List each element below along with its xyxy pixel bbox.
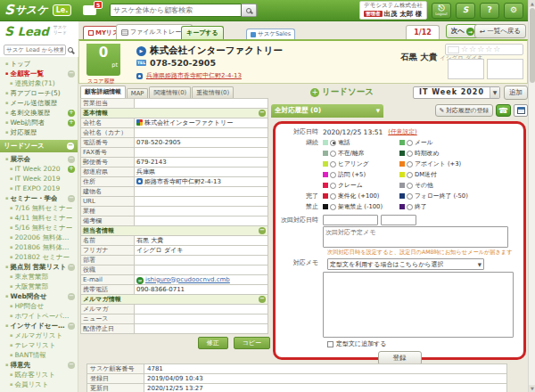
- option-radio[interactable]: [407, 151, 413, 157]
- email-link[interactable]: ishiguro@pcudoocnvd.cmb: [145, 276, 230, 283]
- sasuke-logo[interactable]: Sサスケ: [4, 3, 48, 18]
- collapse-icon[interactable]: −: [259, 110, 266, 117]
- lead-search-icon[interactable]: [68, 47, 73, 53]
- sidebar-item[interactable]: ▪名刺交換履歴+: [0, 108, 78, 118]
- sidebar-item[interactable]: ▪IT Week 2020+: [0, 164, 78, 174]
- result-option[interactable]: 不在/離席: [323, 149, 399, 158]
- minus-circle-icon[interactable]: −: [68, 293, 75, 300]
- sidebar-item[interactable]: ▪再アプローチ(5): [0, 88, 78, 98]
- sidebar-item[interactable]: ▪全顧客一覧−: [0, 69, 78, 78]
- next-time-input[interactable]: [381, 215, 416, 225]
- sidebar-item[interactable]: ▪IT EXPO 2019: [0, 184, 78, 193]
- sidebar-item[interactable]: ▪トップ: [0, 59, 78, 69]
- option-label[interactable]: 電話: [338, 138, 350, 147]
- lead-search-input[interactable]: [4, 45, 66, 55]
- sidebar-item[interactable]: ▪201802 セミナー: [0, 252, 78, 262]
- sidebar-item[interactable]: ▪BANT情報: [0, 350, 78, 360]
- sidebar-item[interactable]: ▪IT Week 2019: [0, 174, 78, 184]
- play-icon[interactable]: ▶: [136, 46, 146, 56]
- sidebar-item[interactable]: ▪7/16 無料セミナー: [0, 203, 78, 213]
- sidebar-item[interactable]: ▪得意先−: [0, 360, 78, 370]
- all-history-bar[interactable]: 全対応履歴 (0) ▼: [271, 104, 383, 118]
- collapse-icon[interactable]: −: [67, 143, 74, 150]
- sidebar-item[interactable]: ▪201806 無料体験会: [0, 242, 78, 252]
- result-option[interactable]: フォロー終了 (-50): [399, 192, 468, 200]
- sidebar-item[interactable]: ▪テレマリスト: [0, 340, 78, 350]
- sidebar-item[interactable]: ▪HP問合せ: [0, 301, 78, 311]
- option-label[interactable]: クレーム: [338, 181, 363, 190]
- template-select[interactable]: 定型文を利用する場合はこちらから選択 ▼: [327, 258, 484, 270]
- edit-button[interactable]: 修正: [198, 337, 228, 349]
- next-date-input[interactable]: [323, 215, 378, 225]
- sidebar-item[interactable]: ▪メール送信履歴: [0, 98, 78, 108]
- result-option[interactable]: メール: [399, 138, 433, 147]
- option-radio[interactable]: [330, 193, 336, 200]
- search-button[interactable]: [242, 4, 257, 17]
- minus-circle-icon[interactable]: −: [68, 362, 75, 369]
- minus-circle-icon[interactable]: −: [68, 70, 75, 78]
- result-option[interactable]: ヒアリング: [323, 159, 399, 168]
- option-label[interactable]: メール: [415, 138, 433, 147]
- sidebar-item[interactable]: ▪202006 無料体験会: [0, 233, 78, 242]
- calendar-button[interactable]: [514, 104, 528, 117]
- sidebar-item[interactable]: ▪セミナー・学会−: [0, 193, 78, 203]
- option-label[interactable]: フォロー終了 (-50): [415, 192, 468, 200]
- sidebar-item[interactable]: ▪メルマガリスト: [0, 331, 78, 340]
- sidebar-item[interactable]: ▪ホワイトペーパー A: [0, 311, 78, 321]
- sidebar-item[interactable]: ▪展示会−: [0, 154, 78, 164]
- minus-circle-icon[interactable]: −: [68, 195, 75, 202]
- plus-circle-icon[interactable]: +: [68, 119, 75, 127]
- option-radio[interactable]: [407, 193, 413, 200]
- plus-circle-icon[interactable]: +: [68, 110, 75, 117]
- option-label[interactable]: DM送付: [415, 170, 437, 179]
- detail-tab[interactable]: MAP: [127, 88, 149, 98]
- logout-button[interactable]: ⎋Logout: [432, 3, 451, 19]
- lead-source-select[interactable]: IT Week 2020 ▼: [413, 86, 500, 99]
- sidebar-section-header[interactable]: リードソース−: [0, 140, 78, 152]
- option-radio[interactable]: [407, 140, 413, 146]
- result-option[interactable]: 案件化 (+100): [323, 192, 399, 200]
- settings-button[interactable]: ⚙: [504, 3, 523, 19]
- global-search-input[interactable]: [110, 4, 242, 17]
- chevron-down-icon[interactable]: ▼: [490, 87, 499, 98]
- result-option[interactable]: 架電禁止 (-100): [323, 202, 399, 211]
- result-option[interactable]: アポイント (+3): [399, 159, 461, 168]
- chat-icon[interactable]: 5: [83, 5, 96, 15]
- option-label[interactable]: ヒアリング: [338, 159, 369, 168]
- lead-logo[interactable]: S Lead サスケリード: [0, 21, 78, 43]
- memo-textarea[interactable]: [323, 272, 514, 338]
- sidebar-item[interactable]: ▪Web訪問者+: [0, 118, 78, 127]
- detail-tab[interactable]: 関連情報(0): [149, 86, 191, 98]
- option-label[interactable]: 終了: [415, 202, 427, 211]
- option-radio[interactable]: [407, 172, 413, 178]
- option-radio[interactable]: [330, 172, 336, 178]
- option-radio[interactable]: [330, 161, 336, 167]
- option-radio[interactable]: [407, 183, 413, 189]
- result-option[interactable]: 時期改め: [399, 149, 439, 158]
- sidebar-item[interactable]: ▪5/16 無料セミナー: [0, 223, 78, 233]
- option-radio[interactable]: [330, 183, 336, 189]
- result-option[interactable]: 訪問 (+5): [323, 170, 399, 179]
- scroll-up-arrow[interactable]: ▲: [529, 0, 535, 7]
- help-button[interactable]: ?: [480, 3, 499, 19]
- sidebar-item[interactable]: ▪4/11 無料セミナー: [0, 213, 78, 223]
- sasuke-home-button[interactable]: S: [456, 3, 475, 19]
- history-chevron-icon[interactable]: ▼: [376, 108, 380, 113]
- sidebar-item[interactable]: ▪Web問合せ−: [0, 291, 78, 301]
- collapse-icon[interactable]: −: [259, 296, 266, 303]
- tab-sasuke-sales[interactable]: サスケSales: [246, 29, 295, 39]
- add-lead-source-button[interactable]: 追加: [504, 86, 528, 100]
- mail-history-icon[interactable]: ✉: [136, 277, 144, 284]
- result-option[interactable]: 終了: [399, 202, 427, 211]
- detail-tab[interactable]: 重複情報(0): [192, 86, 234, 98]
- user-info-box[interactable]: デモシステム株式会社 管理者出茂 太郎 様: [359, 1, 427, 20]
- phone-call-button[interactable]: ☎: [496, 104, 511, 117]
- plus-circle-icon[interactable]: +: [68, 166, 75, 173]
- scrollbar-thumb[interactable]: [530, 8, 535, 83]
- sidebar-item[interactable]: ▪会員リスト: [0, 380, 78, 389]
- option-label[interactable]: 時期改め: [415, 149, 439, 158]
- sidebar-item[interactable]: ▪大阪営業部: [0, 282, 78, 291]
- copy-button[interactable]: コピー: [234, 337, 270, 349]
- result-option[interactable]: その他: [399, 181, 433, 190]
- star-icons[interactable]: ☆☆☆☆☆: [461, 45, 501, 53]
